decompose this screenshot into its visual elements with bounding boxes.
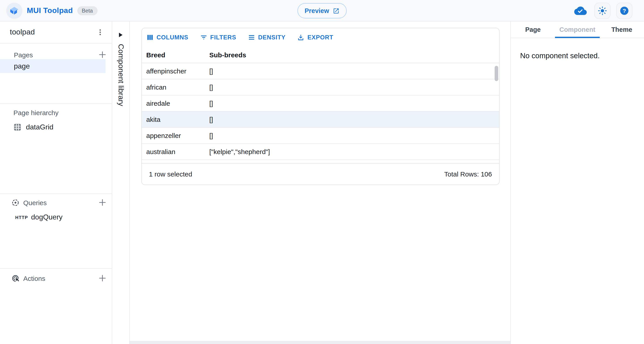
- help-icon: ?: [620, 6, 629, 16]
- table-row[interactable]: african []: [142, 79, 499, 95]
- component-library-panel: Component library: [112, 22, 130, 344]
- cell-subbreeds: []: [209, 132, 499, 139]
- project-menu-button[interactable]: [95, 27, 106, 38]
- queries-section-header: Queries: [0, 196, 112, 209]
- query-icon: [12, 199, 19, 206]
- add-page-button[interactable]: [98, 51, 106, 59]
- sidebar-item-page-label: page: [14, 62, 30, 70]
- total-rows: Total Rows: 106: [444, 170, 492, 178]
- grid-icon: [14, 124, 21, 131]
- inspector-panel: Page Component Theme No component select…: [510, 22, 644, 344]
- pages-section-label: Pages: [14, 51, 33, 58]
- cell-breed: african: [142, 83, 209, 91]
- toolpad-app: MUI Toolpad Beta Preview: [0, 0, 644, 344]
- table-row[interactable]: australian ["kelpie","shepherd"]: [142, 144, 499, 160]
- svg-text:?: ?: [622, 8, 626, 14]
- sidebar-item-datagrid[interactable]: dataGrid: [0, 121, 112, 133]
- filters-button-label: FILTERS: [210, 34, 236, 41]
- sidebar-divider: [0, 194, 112, 194]
- export-button[interactable]: EXPORT: [297, 34, 334, 41]
- selection-count: 1 row selected: [149, 170, 192, 178]
- table-row[interactable]: airedale []: [142, 95, 499, 111]
- export-button-label: EXPORT: [308, 34, 334, 41]
- help-button[interactable]: ?: [616, 3, 632, 19]
- tab-theme[interactable]: Theme: [600, 22, 644, 38]
- columns-button[interactable]: COLUMNS: [146, 34, 188, 41]
- datagrid-footer: 1 row selected Total Rows: 106: [142, 163, 499, 185]
- sidebar-item-page[interactable]: page: [0, 59, 106, 73]
- density-icon: [248, 34, 255, 41]
- density-button-label: DENSITY: [258, 34, 286, 41]
- download-icon: [297, 34, 305, 41]
- sidebar-divider: [0, 268, 112, 269]
- columns-icon: [146, 34, 154, 41]
- add-action-button[interactable]: [98, 274, 106, 282]
- table-row[interactable]: affenpinscher []: [142, 63, 499, 79]
- tab-component[interactable]: Component: [555, 22, 600, 38]
- sidebar: toolpad Pages page: [0, 22, 112, 344]
- datagrid-rows-viewport: affenpinscher [] african [] airedale [] …: [142, 63, 499, 163]
- app-title: MUI Toolpad: [27, 6, 73, 15]
- component-library-label: Component library: [116, 44, 125, 106]
- tab-page[interactable]: Page: [511, 22, 555, 38]
- sidebar-divider: [0, 103, 112, 104]
- table-row-selected[interactable]: akita []: [142, 111, 499, 128]
- preview-button[interactable]: Preview: [298, 3, 346, 18]
- brand: MUI Toolpad Beta: [0, 3, 97, 19]
- theme-toggle-button[interactable]: [594, 3, 610, 19]
- cell-subbreeds: ["kelpie","shepherd"]: [209, 148, 499, 155]
- table-row-partial[interactable]: [142, 160, 499, 163]
- expand-component-library-button[interactable]: [116, 31, 125, 39]
- scrollbar-thumb[interactable]: [495, 66, 498, 81]
- ads-click-icon: [12, 274, 19, 282]
- add-query-button[interactable]: [98, 199, 106, 207]
- top-header: MUI Toolpad Beta Preview: [0, 0, 644, 22]
- inspector-tabs: Page Component Theme: [511, 22, 644, 38]
- filters-button[interactable]: FILTERS: [200, 34, 236, 41]
- cell-subbreeds: []: [209, 99, 499, 107]
- columns-button-label: COLUMNS: [156, 34, 188, 41]
- horizontal-scrollbar[interactable]: [130, 341, 510, 344]
- sun-icon: [598, 6, 607, 15]
- cell-breed: appenzeller: [142, 132, 209, 139]
- filter-list-icon: [200, 34, 208, 41]
- cell-breed: australian: [142, 148, 209, 155]
- sidebar-item-dogquery[interactable]: HTTP dogQuery: [0, 211, 112, 224]
- page-canvas: COLUMNS FILTERS: [130, 22, 510, 344]
- header-actions: ?: [574, 3, 644, 19]
- sidebar-item-dogquery-label: dogQuery: [31, 213, 62, 221]
- preview-button-label: Preview: [304, 7, 329, 14]
- datagrid-toolbar: COLUMNS FILTERS: [142, 28, 499, 47]
- datagrid-component: COLUMNS FILTERS: [141, 28, 500, 185]
- vertical-scrollbar[interactable]: [495, 64, 498, 162]
- density-button[interactable]: DENSITY: [248, 34, 286, 41]
- hierarchy-section-header: Page hierarchy: [0, 106, 112, 119]
- sidebar-item-datagrid-label: dataGrid: [26, 123, 54, 131]
- cell-breed: affenpinscher: [142, 67, 209, 75]
- datagrid-header-row: Breed Sub-breeds: [142, 47, 499, 63]
- cell-subbreeds: []: [209, 83, 499, 91]
- cell-breed: akita: [142, 116, 209, 123]
- table-row[interactable]: appenzeller []: [142, 128, 499, 144]
- project-row: toolpad: [0, 22, 112, 44]
- http-badge: HTTP: [15, 215, 28, 220]
- external-link-icon: [333, 8, 340, 14]
- column-header-subbreeds[interactable]: Sub-breeds: [209, 51, 499, 58]
- hierarchy-section-label: Page hierarchy: [14, 109, 58, 116]
- column-header-breed[interactable]: Breed: [142, 51, 209, 58]
- inspector-empty-message: No component selected.: [511, 38, 644, 60]
- queries-section-label: Queries: [23, 199, 47, 206]
- beta-badge: Beta: [77, 6, 97, 15]
- cloud-saved-icon: [574, 6, 587, 16]
- cell-breed: airedale: [142, 99, 209, 107]
- actions-section-label: Actions: [23, 274, 45, 282]
- actions-section-header: Actions: [0, 271, 112, 285]
- cell-subbreeds: []: [209, 116, 499, 123]
- cell-subbreeds: []: [209, 67, 499, 75]
- mui-toolpad-logo-icon: [6, 3, 22, 19]
- project-name: toolpad: [10, 28, 35, 37]
